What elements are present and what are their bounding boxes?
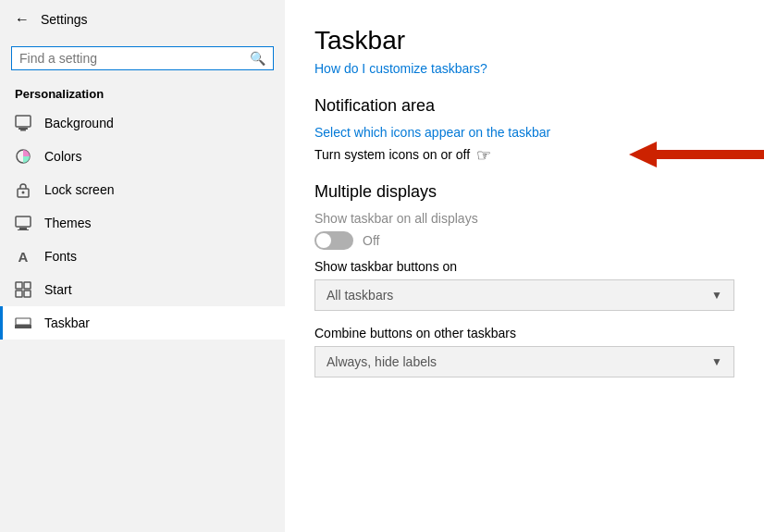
sidebar-header: ← Settings — [0, 0, 285, 39]
combine-dropdown[interactable]: Always, hide labels ▼ — [314, 346, 734, 377]
cursor-pointer-icon: ☞ — [476, 145, 491, 166]
fonts-icon: A — [15, 248, 31, 265]
toggle-off-label: Off — [363, 233, 379, 248]
sidebar-item-background[interactable]: Background — [0, 106, 285, 140]
chevron-down-icon: ▼ — [711, 289, 722, 302]
sidebar-item-colors-label: Colors — [44, 149, 81, 164]
customize-link[interactable]: How do I customize taskbars? — [314, 61, 487, 76]
svg-rect-10 — [24, 282, 31, 289]
combine-value: Always, hide labels — [327, 354, 437, 369]
svg-rect-12 — [24, 291, 31, 297]
turn-system-label: Turn system icons on or off — [314, 147, 470, 162]
sidebar-item-start[interactable]: Start — [0, 273, 285, 306]
themes-icon — [15, 215, 31, 231]
svg-rect-7 — [19, 228, 27, 229]
svg-point-5 — [22, 192, 25, 194]
back-icon: ← — [15, 11, 30, 28]
sidebar-item-start-label: Start — [44, 282, 72, 297]
svg-rect-2 — [20, 130, 26, 131]
search-box[interactable]: 🔍 — [11, 46, 274, 70]
sidebar-item-fonts[interactable]: A Fonts — [0, 240, 285, 273]
sidebar-item-themes[interactable]: Themes — [0, 206, 285, 240]
sidebar-item-themes-label: Themes — [44, 216, 92, 230]
sidebar-item-taskbar-label: Taskbar — [44, 315, 90, 330]
search-icon: 🔍 — [250, 51, 265, 66]
svg-rect-9 — [16, 282, 22, 289]
colors-icon — [15, 148, 31, 165]
show-buttons-label: Show taskbar buttons on — [314, 259, 734, 274]
sidebar-item-lock-screen[interactable]: Lock screen — [0, 173, 285, 206]
multiple-displays-heading: Multiple displays — [314, 182, 734, 202]
show-buttons-dropdown[interactable]: All taskbars ▼ — [314, 279, 734, 311]
show-taskbar-label: Show taskbar on all displays — [314, 211, 734, 226]
svg-rect-6 — [16, 217, 31, 227]
personalization-section-label: Personalization — [0, 78, 285, 106]
sidebar-item-lock-screen-label: Lock screen — [44, 182, 114, 197]
sidebar-item-fonts-label: Fonts — [44, 249, 77, 264]
svg-rect-11 — [16, 291, 22, 297]
search-input[interactable] — [19, 51, 250, 66]
svg-rect-1 — [18, 128, 28, 130]
chevron-down-icon-2: ▼ — [711, 355, 722, 368]
toggle-row: Off — [314, 231, 734, 250]
main-content: Taskbar How do I customize taskbars? Not… — [285, 0, 764, 532]
show-buttons-value: All taskbars — [327, 288, 393, 303]
taskbar-icon — [15, 315, 31, 331]
show-taskbar-toggle[interactable] — [314, 231, 353, 250]
page-title: Taskbar — [314, 26, 734, 56]
svg-marker-16 — [629, 142, 657, 167]
turn-system-row: Turn system icons on or off ☞ — [314, 147, 734, 162]
sidebar: ← Settings 🔍 Personalization Background … — [0, 0, 285, 532]
svg-rect-0 — [16, 116, 31, 127]
svg-rect-14 — [16, 318, 31, 325]
sidebar-item-background-label: Background — [44, 116, 114, 130]
svg-rect-8 — [18, 229, 29, 230]
svg-rect-13 — [15, 325, 31, 328]
sidebar-item-colors[interactable]: Colors — [0, 140, 285, 173]
back-button[interactable]: ← — [15, 11, 30, 28]
red-arrow-annotation — [629, 138, 764, 171]
sidebar-item-taskbar[interactable]: Taskbar — [0, 306, 285, 340]
notification-area-heading: Notification area — [314, 96, 734, 116]
background-icon — [15, 115, 31, 131]
sidebar-title: Settings — [41, 12, 88, 27]
lock-screen-icon — [15, 181, 31, 198]
start-icon — [15, 281, 31, 298]
combine-label: Combine buttons on other taskbars — [314, 326, 734, 340]
